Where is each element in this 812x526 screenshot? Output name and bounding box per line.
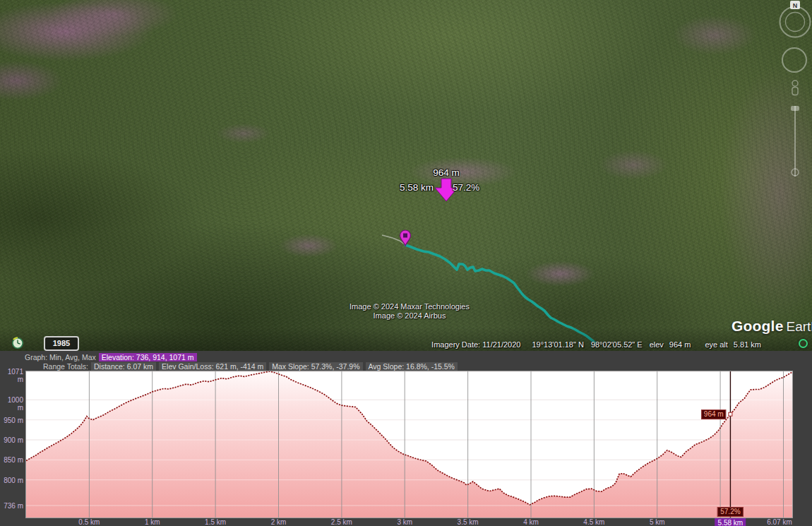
- cursor-slope-tooltip: 57.2%: [717, 507, 743, 517]
- copyright-line-2: Image © 2024 Airbus: [268, 311, 551, 321]
- status-bar: Imagery Date: 11/21/2020 19°13'01.18" N …: [431, 339, 761, 349]
- history-clock-icon[interactable]: [11, 337, 24, 349]
- range-totals-row: Range Totals: Distance: 6.07 km Elev Gai…: [43, 361, 458, 371]
- graph-header-label: Graph: Min, Avg, Max: [25, 353, 96, 361]
- elev-label: elev: [650, 340, 664, 349]
- timeline-year-badge[interactable]: 1985: [44, 336, 79, 351]
- x-tick-label-highlight: 5.58 km: [715, 518, 746, 526]
- graph-header-row: Graph: Min, Avg, Max Elevation: 736, 914…: [25, 352, 197, 361]
- elev-value: 964 m: [669, 340, 691, 349]
- look-ring: [780, 7, 811, 37]
- y-tick-label: 1071 m: [0, 368, 23, 383]
- x-tick-label: 3 km: [397, 518, 412, 526]
- y-tick-label: 900 m: [0, 436, 23, 444]
- imagery-date: Imagery Date: 11/21/2020: [431, 340, 520, 349]
- marker-distance-label: 5.58 km: [400, 182, 434, 193]
- eye-alt-label: eye alt: [705, 340, 727, 349]
- distance-stat-chip: Distance: 6.07 km: [91, 362, 156, 371]
- marker-slope-label: 57.2%: [453, 182, 479, 193]
- route-start-pin[interactable]: [395, 227, 415, 249]
- google-earth-logo: GoogleEarth: [732, 318, 812, 335]
- zoom-slider-thumb: [791, 106, 799, 111]
- route-path[interactable]: [405, 245, 595, 343]
- y-tick-label: 736 m: [0, 502, 23, 510]
- copyright-line-1: Image © 2024 Maxar Technologies: [268, 302, 551, 311]
- x-tick-label: 6.07 km: [767, 518, 792, 526]
- elevation-profile-panel: Graph: Min, Avg, Max Elevation: 736, 914…: [0, 351, 812, 526]
- gain-loss-stat-chip: Elev Gain/Loss: 621 m, -414 m: [159, 362, 266, 371]
- x-tick-label: 2 km: [271, 518, 287, 526]
- elevation-chart-svg: [26, 371, 792, 518]
- y-tick-label: 800 m: [0, 477, 23, 484]
- x-tick-label: 3.5 km: [458, 518, 479, 526]
- avg-slope-stat-chip: Avg Slope: 16.8%, -15.5%: [366, 362, 458, 371]
- x-tick-label: 5 km: [650, 518, 665, 526]
- logo-google: Google: [732, 318, 784, 334]
- google-earth-window: { "colors": { "accent_purple": "#8e2daa"…: [0, 0, 812, 526]
- x-tick-label: 1.5 km: [205, 518, 226, 526]
- cursor-elevation-tooltip: 964 m: [701, 410, 727, 419]
- latitude: 19°13'01.18" N: [532, 340, 583, 349]
- marker-elevation-label: 964 m: [433, 167, 460, 178]
- nav-controls[interactable]: N: [775, 0, 812, 212]
- x-tick-label: 2.5 km: [331, 518, 352, 526]
- x-tick-label: 4 km: [523, 518, 539, 526]
- route-overlay: [0, 0, 812, 351]
- map-viewport[interactable]: 964 m 5.58 km 57.2% N Image © 2024 Maxar…: [0, 0, 812, 351]
- logo-earth: Earth: [787, 319, 812, 334]
- y-tick-label: 850 m: [0, 456, 23, 464]
- imagery-copyright: Image © 2024 Maxar Technologies Image © …: [268, 302, 551, 321]
- y-tick-label: 950 m: [0, 417, 23, 424]
- compass-north-label: N: [793, 2, 798, 9]
- elevation-chart-plot[interactable]: [26, 371, 792, 518]
- y-tick-label: 1000 m: [0, 396, 23, 412]
- pegman-icon: [792, 80, 798, 86]
- eye-alt-value: 5.81 km: [734, 340, 761, 349]
- x-tick-label: 1 km: [145, 518, 160, 526]
- elevation-summary-chip: Elevation: 736, 914, 1071 m: [99, 353, 197, 361]
- x-tick-label: 4.5 km: [583, 518, 604, 526]
- move-ring: [782, 48, 806, 72]
- longitude: 98°02'05.52" E: [591, 340, 643, 349]
- range-totals-label: Range Totals:: [43, 362, 88, 371]
- max-slope-stat-chip: Max Slope: 57.3%, -37.9%: [269, 362, 362, 371]
- x-tick-label: 0.5 km: [78, 518, 100, 526]
- streaming-status-icon: [799, 339, 808, 348]
